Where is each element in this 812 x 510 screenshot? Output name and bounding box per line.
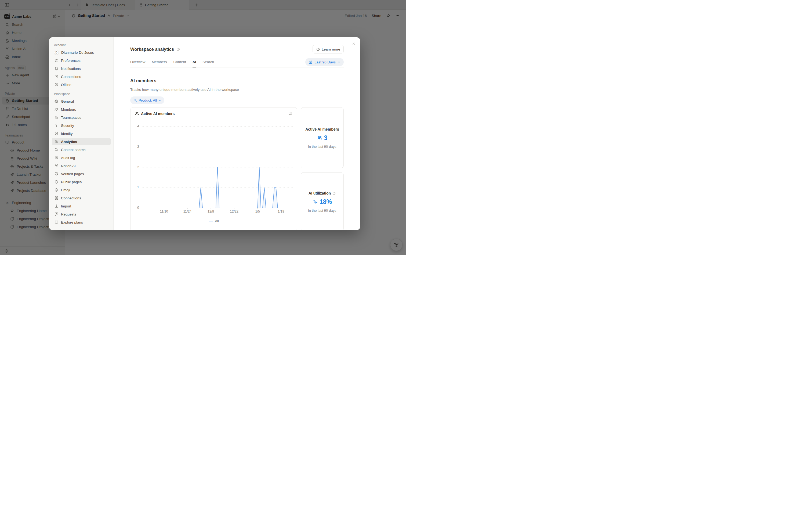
settings-menu: Account DDianmarie De JesusPreferencesNo… bbox=[49, 37, 114, 230]
workspace-group-label: Workspace bbox=[54, 92, 109, 96]
sliders-icon bbox=[54, 58, 59, 63]
settings-menu-item-label: Notifications bbox=[61, 67, 81, 71]
y-axis-tick-label: 0 bbox=[132, 206, 139, 209]
people-icon bbox=[54, 107, 59, 112]
settings-menu-item-label: Audit log bbox=[61, 156, 75, 160]
settings-menu-item-requests[interactable]: Requests bbox=[52, 210, 111, 218]
learn-more-button[interactable]: Learn more bbox=[312, 45, 344, 54]
modal-title: Workspace analytics bbox=[130, 47, 174, 52]
x-axis-tick-label: 12/8 bbox=[203, 209, 219, 214]
x-axis-tick-label: 11/10 bbox=[156, 209, 172, 214]
settings-menu-item-emoji[interactable]: Emoji bbox=[52, 186, 111, 194]
settings-menu-item-label: Content search bbox=[61, 148, 86, 152]
x-axis-tick-label: 1/19 bbox=[273, 209, 289, 214]
account-group-label: Account bbox=[54, 43, 109, 47]
stat-value: 18% bbox=[320, 198, 332, 205]
badge-check-icon bbox=[54, 172, 59, 176]
settings-menu-item-explore-plans[interactable]: Explore plans bbox=[52, 219, 111, 226]
avatar: D bbox=[54, 50, 59, 55]
chevron-down-icon bbox=[158, 99, 161, 102]
search-icon bbox=[54, 147, 59, 152]
analytics-tab-ai[interactable]: AI bbox=[192, 60, 196, 67]
key-icon bbox=[54, 123, 59, 128]
section-description: Tracks how many unique members actively … bbox=[130, 88, 344, 92]
settings-menu-item-audit-log[interactable]: Audit log bbox=[52, 154, 111, 162]
analytics-tab-members[interactable]: Members bbox=[152, 60, 167, 67]
settings-menu-item-connections[interactable]: Connections bbox=[52, 73, 111, 80]
map-icon bbox=[54, 220, 59, 224]
x-axis-tick-label: 11/24 bbox=[179, 209, 196, 214]
x-axis-tick-label: 12/22 bbox=[226, 209, 242, 214]
smiley-icon bbox=[54, 188, 59, 192]
settings-menu-item-security[interactable]: Security bbox=[52, 122, 111, 129]
settings-menu-item-preferences[interactable]: Preferences bbox=[52, 57, 111, 64]
shield-check-icon bbox=[54, 132, 59, 136]
zoom-in-icon bbox=[133, 98, 137, 102]
settings-menu-item-public-pages[interactable]: Public pages bbox=[52, 178, 111, 186]
settings-menu-item-general[interactable]: General bbox=[52, 97, 111, 105]
settings-menu-item-label: Members bbox=[61, 108, 76, 112]
analytics-tab-search[interactable]: Search bbox=[203, 60, 214, 67]
stat-title: Active AI members bbox=[303, 127, 342, 132]
settings-menu-item-label: Offline bbox=[61, 83, 71, 87]
building-icon bbox=[54, 115, 59, 119]
settings-menu-item-label: Connections bbox=[61, 75, 81, 79]
gear-icon bbox=[54, 99, 59, 104]
arrow-out-icon bbox=[54, 75, 59, 79]
settings-menu-item-label: Public pages bbox=[61, 180, 82, 184]
settings-menu-item-label: Import bbox=[61, 204, 71, 208]
stat-caption: in the last 90 days bbox=[308, 208, 336, 213]
settings-menu-item-members[interactable]: Members bbox=[52, 106, 111, 113]
active-ai-members-chart-card: Active AI members 0123411/1011/2412/812/… bbox=[130, 107, 297, 230]
analytics-tab-content[interactable]: Content bbox=[174, 60, 186, 67]
ai-utilization-stat-card: AI utilization 18% in the last 90 days bbox=[301, 172, 344, 230]
settings-menu-item-label: Notion AI bbox=[61, 164, 76, 168]
x-axis-tick-label: 1/5 bbox=[249, 209, 266, 214]
ai-face-icon bbox=[54, 164, 59, 168]
date-range-dropdown[interactable]: Last 90 Days bbox=[305, 58, 344, 66]
help-circle-icon[interactable] bbox=[332, 191, 336, 195]
settings-menu-item-import[interactable]: Import bbox=[52, 202, 111, 210]
settings-menu-item-label: Dianmarie De Jesus bbox=[61, 51, 94, 55]
legend-label: All bbox=[215, 219, 219, 223]
stat-caption: in the last 90 days bbox=[308, 145, 336, 149]
y-axis-tick-label: 1 bbox=[132, 186, 139, 189]
settings-menu-item-label: Verified pages bbox=[61, 172, 84, 176]
help-circle-icon bbox=[316, 47, 320, 51]
y-axis-tick-label: 2 bbox=[132, 165, 139, 169]
close-icon[interactable] bbox=[351, 41, 357, 47]
calendar-icon bbox=[308, 60, 312, 64]
settings-menu-item-label: Connections bbox=[61, 196, 81, 200]
settings-menu-item-connections[interactable]: Connections bbox=[52, 194, 111, 202]
grid-icon bbox=[54, 196, 59, 200]
app-window: Template Docs | DocsGetting Started ACME… bbox=[0, 0, 406, 255]
y-axis-tick-label: 4 bbox=[132, 124, 139, 128]
globe-icon bbox=[54, 180, 59, 184]
y-axis-tick-label: 3 bbox=[132, 145, 139, 149]
stat-value: 3 bbox=[324, 134, 328, 142]
settings-menu-item-offline[interactable]: Offline bbox=[52, 81, 111, 88]
settings-menu-item-notifications[interactable]: Notifications bbox=[52, 65, 111, 72]
settings-modal: Account DDianmarie De JesusPreferencesNo… bbox=[49, 37, 360, 230]
product-filter-dropdown[interactable]: Product: All bbox=[130, 96, 164, 104]
scroll-icon bbox=[54, 155, 59, 160]
legend-line-swatch bbox=[209, 221, 213, 221]
help-circle-icon[interactable] bbox=[176, 47, 180, 51]
settings-menu-item-content-search[interactable]: Content search bbox=[52, 146, 111, 153]
settings-menu-item-label: General bbox=[61, 100, 74, 104]
settings-menu-item-label: Security bbox=[61, 123, 74, 128]
chevron-down-icon bbox=[337, 61, 340, 64]
settings-menu-item-label: Identity bbox=[61, 132, 73, 136]
line-chart: 0123411/1011/2412/812/221/51/19 bbox=[130, 108, 297, 230]
settings-menu-item-dianmarie-de-jesus[interactable]: DDianmarie De Jesus bbox=[52, 49, 111, 56]
down-circle-icon bbox=[54, 83, 59, 87]
settings-menu-item-verified-pages[interactable]: Verified pages bbox=[52, 170, 111, 178]
stat-title: AI utilization bbox=[306, 191, 339, 195]
settings-menu-item-analytics[interactable]: Analytics bbox=[52, 138, 111, 145]
settings-menu-item-notion-ai[interactable]: Notion AI bbox=[52, 162, 111, 170]
sparkles-icon bbox=[312, 199, 318, 204]
settings-menu-item-label: Requests bbox=[61, 212, 76, 216]
analytics-tab-overview[interactable]: Overview bbox=[130, 60, 145, 67]
settings-menu-item-identity[interactable]: Identity bbox=[52, 130, 111, 137]
settings-menu-item-teamspaces[interactable]: Teamspaces bbox=[52, 114, 111, 121]
